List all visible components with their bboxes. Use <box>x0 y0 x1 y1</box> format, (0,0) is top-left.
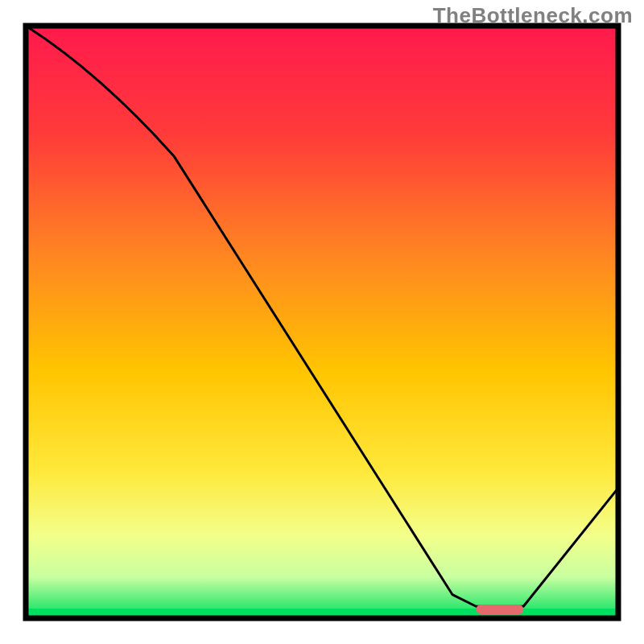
watermark-text: TheBottleneck.com <box>433 3 633 28</box>
optimal-range-marker <box>476 605 523 614</box>
chart-container: TheBottleneck.com <box>0 0 644 644</box>
plot-background <box>26 26 618 618</box>
chart-canvas <box>0 0 644 644</box>
